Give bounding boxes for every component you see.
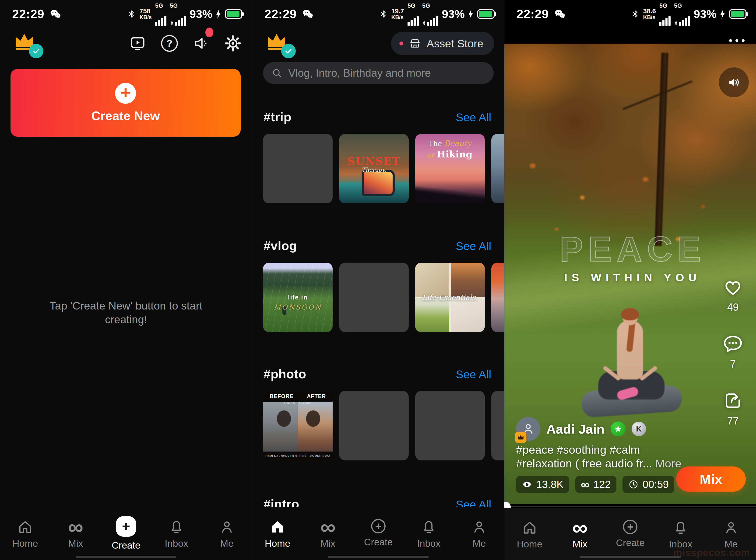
mix-button[interactable]: Mix bbox=[676, 466, 746, 492]
status-bar: 22:29 758KB/s 5G 5G▲▼ 93% bbox=[0, 0, 252, 28]
template-thumb[interactable] bbox=[491, 391, 504, 460]
search-input[interactable] bbox=[288, 66, 485, 80]
creator-name[interactable]: Aadi Jain bbox=[546, 421, 604, 437]
section-title: #vlog bbox=[264, 238, 297, 253]
more-options-button[interactable] bbox=[729, 39, 744, 42]
battery-percent: 93% bbox=[190, 7, 212, 21]
avatar[interactable] bbox=[516, 417, 540, 441]
tab-me[interactable]: Me bbox=[709, 520, 753, 550]
tab-mix[interactable]: ∞Mix bbox=[306, 519, 350, 549]
creator-row[interactable]: Aadi Jain ★ K bbox=[516, 417, 646, 441]
watermark: misspecos.com bbox=[673, 547, 750, 558]
clock-icon bbox=[628, 479, 639, 490]
template-thumb[interactable] bbox=[263, 134, 333, 203]
home-indicator[interactable] bbox=[328, 556, 429, 558]
create-new-button[interactable]: + Create New bbox=[11, 69, 241, 137]
settings-button[interactable] bbox=[224, 35, 242, 52]
home-icon bbox=[270, 519, 286, 535]
bluetooth-icon bbox=[631, 9, 640, 19]
bell-icon bbox=[421, 519, 437, 535]
template-thumb[interactable] bbox=[339, 391, 409, 460]
clock-time: 22:29 bbox=[517, 7, 549, 21]
video-player[interactable]: PEACE IS WITHIN YOU 49 7 77 bbox=[504, 44, 756, 504]
announcements-button[interactable] bbox=[192, 35, 210, 52]
monitor-play-icon bbox=[129, 35, 147, 52]
tab-me[interactable]: Me bbox=[457, 519, 501, 549]
search-bar[interactable] bbox=[263, 62, 493, 84]
help-button[interactable]: ? bbox=[160, 35, 178, 52]
search-icon bbox=[271, 68, 282, 78]
template-thumb-life-in-monsoon[interactable]: life in MONSOON bbox=[263, 263, 333, 332]
template-thumb-beauty-of-hiking[interactable]: The Beauty of Hiking bbox=[415, 134, 485, 203]
car-mirror-graphic bbox=[362, 170, 395, 196]
comment-icon[interactable] bbox=[722, 333, 744, 355]
asset-store-button[interactable]: Asset Store bbox=[391, 32, 494, 55]
premium-crown-button[interactable] bbox=[261, 29, 299, 57]
premium-crown-button[interactable] bbox=[9, 29, 47, 57]
video-progress-bar[interactable] bbox=[504, 506, 756, 507]
section-trip: #trip See All SUNSET Therapy. The Beauty… bbox=[252, 109, 504, 203]
bell-icon bbox=[169, 519, 185, 535]
template-thumb-life-essentials[interactable]: Life Essentials. bbox=[415, 263, 485, 332]
share-icon[interactable] bbox=[722, 389, 744, 412]
comment-count: 7 bbox=[730, 358, 736, 370]
eye-icon bbox=[522, 479, 532, 490]
data-arrows-icon: ▲▼ bbox=[674, 20, 678, 26]
check-icon bbox=[284, 46, 293, 56]
kinemaster-badge: K bbox=[632, 422, 646, 436]
person-icon bbox=[471, 519, 487, 535]
home-indicator[interactable] bbox=[76, 556, 176, 558]
signal-sim1-icon: 5G bbox=[155, 2, 167, 26]
empty-state-hint: Tap 'Create New' button to start creatin… bbox=[34, 299, 218, 326]
app-canvas: 22:29 758KB/s 5G 5G▲▼ 93% ? bbox=[0, 0, 756, 560]
crown-icon bbox=[517, 434, 524, 441]
see-all-link[interactable]: See All bbox=[455, 368, 491, 381]
tab-mix[interactable]: ∞Mix bbox=[54, 519, 98, 549]
bell-icon bbox=[673, 520, 689, 536]
tab-home[interactable]: Home bbox=[507, 520, 552, 550]
tab-mix[interactable]: ∞Mix bbox=[558, 520, 602, 550]
tab-inbox[interactable]: Inbox bbox=[154, 519, 199, 549]
create-plus-icon: + bbox=[623, 520, 637, 534]
tab-me[interactable]: Me bbox=[205, 519, 249, 549]
template-thumb[interactable] bbox=[339, 263, 409, 332]
status-bar: 22:29 19.7KB/s 5G 5G▲▼ 93% bbox=[252, 0, 504, 28]
template-thumb[interactable] bbox=[415, 391, 485, 460]
create-header: ? bbox=[9, 29, 242, 57]
template-thumb-train[interactable] bbox=[491, 263, 504, 332]
mute-toggle-button[interactable] bbox=[719, 67, 749, 97]
signal-sim2-icon: 5G▲▼ bbox=[674, 2, 690, 26]
section-photo: #photo See All BEFOREAFTER SHOT OF THE D… bbox=[252, 367, 504, 460]
charging-bolt-icon bbox=[468, 9, 473, 19]
views-pill: 13.8K bbox=[516, 476, 569, 493]
bluetooth-icon bbox=[127, 9, 136, 19]
clock-time: 22:29 bbox=[265, 7, 297, 21]
question-icon: ? bbox=[161, 35, 178, 52]
caption-more-link[interactable]: More bbox=[655, 457, 681, 470]
home-indicator[interactable] bbox=[580, 556, 681, 558]
store-icon bbox=[408, 37, 422, 50]
create-plus-icon: + bbox=[116, 516, 136, 537]
video-caption[interactable]: #peace #soothing #calm #relaxation ( fre… bbox=[516, 443, 745, 471]
tab-inbox[interactable]: Inbox bbox=[407, 519, 451, 549]
tab-home[interactable]: Home bbox=[3, 519, 47, 549]
like-heart-icon[interactable] bbox=[722, 276, 744, 298]
video-stats: 13.8K ∞122 00:59 bbox=[516, 476, 674, 493]
see-all-link[interactable]: See All bbox=[455, 240, 491, 253]
signal-sim1-icon: 5G bbox=[659, 2, 671, 26]
tab-home[interactable]: Home bbox=[255, 519, 300, 549]
tutorial-button[interactable] bbox=[129, 35, 147, 52]
tab-create[interactable]: +Create bbox=[608, 520, 652, 548]
signal-sim1-icon: 5G bbox=[408, 2, 419, 26]
template-thumb-sunset-therapy[interactable]: SUNSET Therapy. bbox=[339, 134, 409, 203]
template-thumb-before-after[interactable]: BEFOREAFTER SHOT OF THE DAY CAMERA - SON… bbox=[263, 391, 333, 460]
status-bar: 22:29 38.6KB/s 5G 5G▲▼ 93% bbox=[504, 0, 756, 28]
see-all-link[interactable]: See All bbox=[455, 111, 491, 124]
tab-create[interactable]: +Create bbox=[104, 519, 148, 551]
tab-inbox[interactable]: Inbox bbox=[658, 520, 703, 550]
tab-create[interactable]: +Create bbox=[356, 519, 401, 548]
tab-bar: Home ∞Mix +Create Inbox Me bbox=[0, 507, 252, 560]
template-thumb-city[interactable] bbox=[491, 134, 504, 203]
mix-infinity-icon: ∞ bbox=[572, 520, 588, 536]
wechat-icon bbox=[50, 8, 62, 20]
